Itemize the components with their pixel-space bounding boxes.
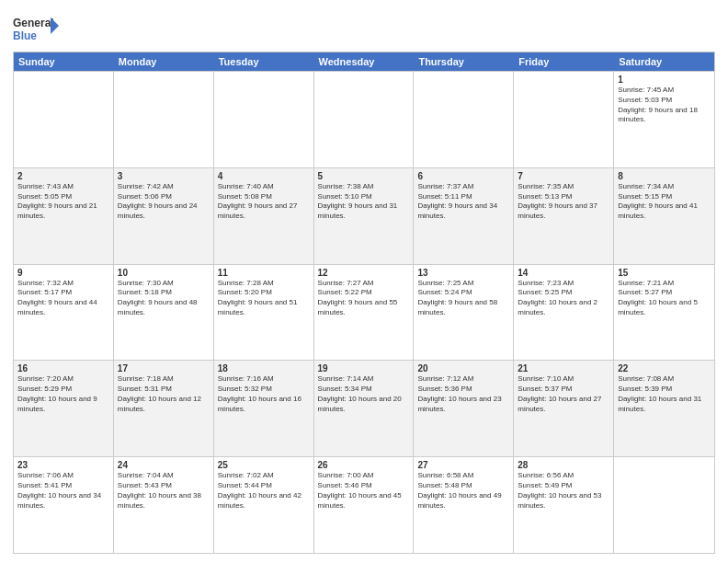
day-info: Sunrise: 7:28 AM Sunset: 5:20 PM Dayligh… [218,279,310,318]
day-cell-11: 11Sunrise: 7:28 AM Sunset: 5:20 PM Dayli… [214,265,314,361]
day-info: Sunrise: 7:08 AM Sunset: 5:39 PM Dayligh… [618,374,711,414]
logo: GeneralBlue [13,13,59,46]
day-cell-20: 20Sunrise: 7:12 AM Sunset: 5:36 PM Dayli… [414,361,514,456]
day-info: Sunrise: 7:38 AM Sunset: 5:10 PM Dayligh… [318,182,410,222]
day-cell-24: 24Sunrise: 7:04 AM Sunset: 5:43 PM Dayli… [114,457,214,553]
day-info: Sunrise: 7:18 AM Sunset: 5:31 PM Dayligh… [118,374,210,414]
day-number: 15 [618,268,711,278]
day-info: Sunrise: 7:23 AM Sunset: 5:25 PM Dayligh… [518,279,609,318]
weekday-header-wednesday: Wednesday [314,52,415,71]
day-cell-7: 7Sunrise: 7:35 AM Sunset: 5:13 PM Daylig… [514,168,614,264]
day-number: 22 [618,363,711,373]
day-info: Sunrise: 6:56 AM Sunset: 5:49 PM Dayligh… [518,471,609,511]
day-info: Sunrise: 7:25 AM Sunset: 5:24 PM Dayligh… [417,279,509,318]
day-cell-23: 23Sunrise: 7:06 AM Sunset: 5:41 PM Dayli… [14,457,114,553]
day-cell-25: 25Sunrise: 7:02 AM Sunset: 5:44 PM Dayli… [214,457,314,553]
day-cell-empty [214,72,314,167]
day-info: Sunrise: 7:42 AM Sunset: 5:06 PM Dayligh… [118,182,210,222]
day-cell-5: 5Sunrise: 7:38 AM Sunset: 5:10 PM Daylig… [314,168,415,264]
day-info: Sunrise: 7:16 AM Sunset: 5:32 PM Dayligh… [218,374,310,414]
day-number: 14 [518,268,609,278]
calendar-header: SundayMondayTuesdayWednesdayThursdayFrid… [14,52,714,71]
day-number: 9 [17,268,109,278]
calendar-row-4: 23Sunrise: 7:06 AM Sunset: 5:41 PM Dayli… [14,456,714,553]
day-cell-3: 3Sunrise: 7:42 AM Sunset: 5:06 PM Daylig… [114,168,214,264]
day-cell-21: 21Sunrise: 7:10 AM Sunset: 5:37 PM Dayli… [514,361,614,456]
day-cell-empty [614,457,714,553]
day-info: Sunrise: 7:37 AM Sunset: 5:11 PM Dayligh… [417,182,509,222]
day-cell-2: 2Sunrise: 7:43 AM Sunset: 5:05 PM Daylig… [14,168,114,264]
day-info: Sunrise: 7:45 AM Sunset: 5:03 PM Dayligh… [618,86,711,125]
day-number: 8 [618,171,711,181]
day-cell-12: 12Sunrise: 7:27 AM Sunset: 5:22 PM Dayli… [314,265,415,361]
day-cell-9: 9Sunrise: 7:32 AM Sunset: 5:17 PM Daylig… [14,265,114,361]
day-number: 2 [17,171,109,181]
day-cell-13: 13Sunrise: 7:25 AM Sunset: 5:24 PM Dayli… [414,265,514,361]
day-info: Sunrise: 7:40 AM Sunset: 5:08 PM Dayligh… [218,182,310,222]
day-info: Sunrise: 7:43 AM Sunset: 5:05 PM Dayligh… [17,182,109,222]
day-info: Sunrise: 7:34 AM Sunset: 5:15 PM Dayligh… [618,182,711,222]
day-cell-empty [114,72,214,167]
day-info: Sunrise: 7:30 AM Sunset: 5:18 PM Dayligh… [118,279,210,318]
header: GeneralBlue [13,9,715,46]
day-number: 4 [218,171,310,181]
day-cell-17: 17Sunrise: 7:18 AM Sunset: 5:31 PM Dayli… [114,361,214,456]
weekday-header-saturday: Saturday [614,52,714,71]
day-number: 24 [118,460,210,470]
day-info: Sunrise: 7:12 AM Sunset: 5:36 PM Dayligh… [417,374,509,414]
day-number: 3 [118,171,210,181]
day-number: 5 [318,171,410,181]
day-cell-15: 15Sunrise: 7:21 AM Sunset: 5:27 PM Dayli… [614,265,714,361]
day-number: 27 [417,460,509,470]
day-cell-22: 22Sunrise: 7:08 AM Sunset: 5:39 PM Dayli… [614,361,714,456]
day-number: 25 [218,460,310,470]
day-info: Sunrise: 7:06 AM Sunset: 5:41 PM Dayligh… [17,471,109,511]
page: GeneralBlue SundayMondayTuesdayWednesday… [0,0,728,563]
day-number: 7 [518,171,609,181]
day-number: 10 [118,268,210,278]
weekday-header-thursday: Thursday [414,52,514,71]
weekday-header-friday: Friday [514,52,614,71]
day-cell-19: 19Sunrise: 7:14 AM Sunset: 5:34 PM Dayli… [314,361,415,456]
day-info: Sunrise: 7:02 AM Sunset: 5:44 PM Dayligh… [218,471,310,511]
logo-svg: GeneralBlue [13,13,59,46]
calendar-row-2: 9Sunrise: 7:32 AM Sunset: 5:17 PM Daylig… [14,264,714,361]
day-cell-28: 28Sunrise: 6:56 AM Sunset: 5:49 PM Dayli… [514,457,614,553]
day-cell-empty [414,72,514,167]
weekday-header-monday: Monday [114,52,214,71]
day-cell-14: 14Sunrise: 7:23 AM Sunset: 5:25 PM Dayli… [514,265,614,361]
day-number: 19 [318,363,410,373]
day-cell-18: 18Sunrise: 7:16 AM Sunset: 5:32 PM Dayli… [214,361,314,456]
svg-marker-2 [51,17,59,34]
calendar: SundayMondayTuesdayWednesdayThursdayFrid… [13,52,715,554]
day-info: Sunrise: 7:00 AM Sunset: 5:46 PM Dayligh… [318,471,410,511]
day-info: Sunrise: 7:20 AM Sunset: 5:29 PM Dayligh… [17,374,109,414]
day-number: 21 [518,363,609,373]
day-cell-empty [514,72,614,167]
day-cell-16: 16Sunrise: 7:20 AM Sunset: 5:29 PM Dayli… [14,361,114,456]
day-number: 16 [17,363,109,373]
weekday-header-tuesday: Tuesday [214,52,314,71]
day-number: 13 [417,268,509,278]
day-number: 12 [318,268,410,278]
day-info: Sunrise: 7:04 AM Sunset: 5:43 PM Dayligh… [118,471,210,511]
day-info: Sunrise: 7:32 AM Sunset: 5:17 PM Dayligh… [17,279,109,318]
day-cell-27: 27Sunrise: 6:58 AM Sunset: 5:48 PM Dayli… [414,457,514,553]
day-number: 20 [417,363,509,373]
day-number: 6 [417,171,509,181]
day-cell-26: 26Sunrise: 7:00 AM Sunset: 5:46 PM Dayli… [314,457,415,553]
day-cell-8: 8Sunrise: 7:34 AM Sunset: 5:15 PM Daylig… [614,168,714,264]
day-info: Sunrise: 7:35 AM Sunset: 5:13 PM Dayligh… [518,182,609,222]
day-cell-4: 4Sunrise: 7:40 AM Sunset: 5:08 PM Daylig… [214,168,314,264]
calendar-row-1: 2Sunrise: 7:43 AM Sunset: 5:05 PM Daylig… [14,167,714,264]
calendar-row-3: 16Sunrise: 7:20 AM Sunset: 5:29 PM Dayli… [14,360,714,456]
svg-text:Blue: Blue [13,29,37,42]
day-cell-empty [314,72,415,167]
day-info: Sunrise: 7:27 AM Sunset: 5:22 PM Dayligh… [318,279,410,318]
day-number: 11 [218,268,310,278]
day-cell-6: 6Sunrise: 7:37 AM Sunset: 5:11 PM Daylig… [414,168,514,264]
weekday-header-sunday: Sunday [14,52,114,71]
day-number: 23 [17,460,109,470]
calendar-row-0: 1Sunrise: 7:45 AM Sunset: 5:03 PM Daylig… [14,71,714,167]
day-number: 1 [618,75,711,85]
